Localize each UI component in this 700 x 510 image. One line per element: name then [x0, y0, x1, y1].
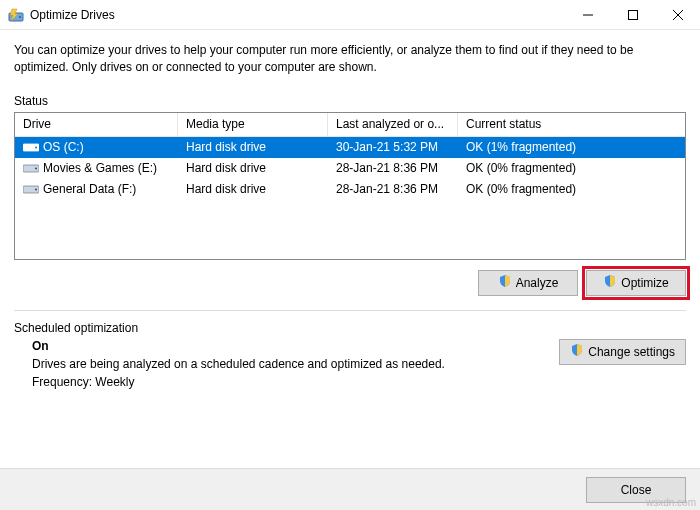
- minimize-button[interactable]: [565, 0, 610, 30]
- titlebar: Optimize Drives: [0, 0, 700, 30]
- column-headers: Drive Media type Last analyzed or o... C…: [15, 113, 685, 137]
- window-controls: [565, 0, 700, 30]
- drives-list: Drive Media type Last analyzed or o... C…: [14, 112, 686, 260]
- shield-icon: [570, 343, 584, 360]
- shield-icon: [498, 274, 512, 291]
- analyze-label: Analyze: [516, 276, 559, 290]
- media-type: Hard disk drive: [178, 179, 328, 200]
- footer: Close: [0, 468, 700, 510]
- drive-optimize-icon: [8, 7, 24, 23]
- optimize-label: Optimize: [621, 276, 668, 290]
- scheduled-state: On: [32, 339, 559, 353]
- svg-point-7: [35, 147, 37, 149]
- watermark: wsxdn.com: [646, 497, 696, 508]
- drive-name: OS (C:): [43, 140, 84, 154]
- intro-text: You can optimize your drives to help you…: [14, 42, 686, 76]
- header-drive[interactable]: Drive: [15, 113, 178, 136]
- change-settings-button[interactable]: Change settings: [559, 339, 686, 365]
- header-status[interactable]: Current status: [458, 113, 685, 136]
- scheduled-heading: Scheduled optimization: [14, 321, 686, 335]
- svg-point-1: [19, 16, 21, 18]
- svg-rect-3: [628, 10, 637, 19]
- table-row[interactable]: OS (C:)Hard disk drive30-Jan-21 5:32 PMO…: [15, 137, 685, 158]
- svg-point-9: [35, 168, 37, 170]
- current-status: OK (1% fragmented): [458, 137, 685, 158]
- svg-point-11: [35, 189, 37, 191]
- close-button[interactable]: [655, 0, 700, 30]
- shield-icon: [603, 274, 617, 291]
- drive-name: General Data (F:): [43, 182, 136, 196]
- optimize-button[interactable]: Optimize: [586, 270, 686, 296]
- scheduled-freq: Frequency: Weekly: [32, 375, 559, 389]
- current-status: OK (0% fragmented): [458, 158, 685, 179]
- status-label: Status: [14, 94, 686, 108]
- analyze-button[interactable]: Analyze: [478, 270, 578, 296]
- last-analyzed: 28-Jan-21 8:36 PM: [328, 158, 458, 179]
- last-analyzed: 28-Jan-21 8:36 PM: [328, 179, 458, 200]
- media-type: Hard disk drive: [178, 137, 328, 158]
- table-row[interactable]: Movies & Games (E:)Hard disk drive28-Jan…: [15, 158, 685, 179]
- scheduled-desc: Drives are being analyzed on a scheduled…: [32, 357, 559, 371]
- close-label: Close: [621, 483, 652, 497]
- media-type: Hard disk drive: [178, 158, 328, 179]
- change-settings-label: Change settings: [588, 345, 675, 359]
- header-last[interactable]: Last analyzed or o...: [328, 113, 458, 136]
- drive-name: Movies & Games (E:): [43, 161, 157, 175]
- drive-icon: [23, 141, 39, 153]
- window-title: Optimize Drives: [30, 8, 115, 22]
- drive-icon: [23, 183, 39, 195]
- drive-icon: [23, 162, 39, 174]
- current-status: OK (0% fragmented): [458, 179, 685, 200]
- maximize-button[interactable]: [610, 0, 655, 30]
- last-analyzed: 30-Jan-21 5:32 PM: [328, 137, 458, 158]
- table-row[interactable]: General Data (F:)Hard disk drive28-Jan-2…: [15, 179, 685, 200]
- divider: [14, 310, 686, 311]
- header-media[interactable]: Media type: [178, 113, 328, 136]
